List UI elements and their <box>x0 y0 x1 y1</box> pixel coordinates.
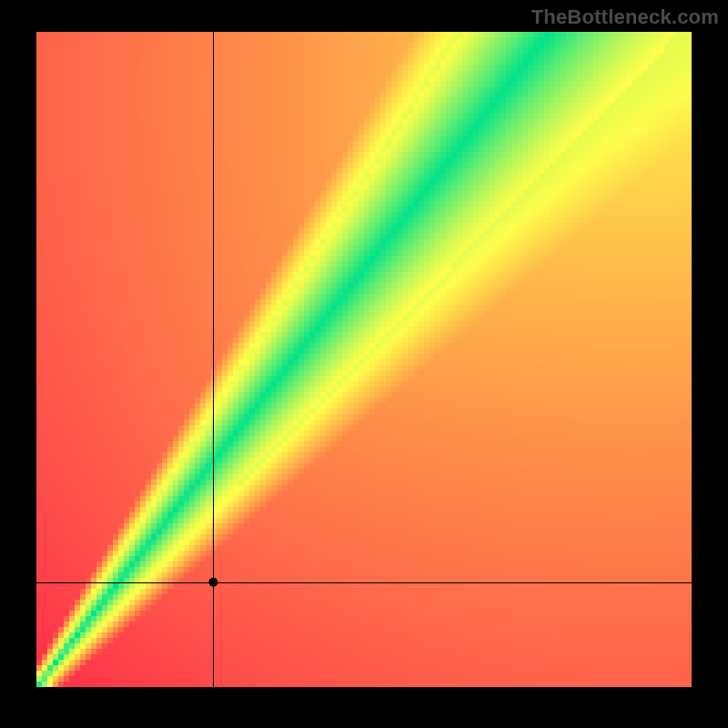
chart-frame: TheBottleneck.com <box>0 0 728 728</box>
heatmap-canvas <box>36 32 692 687</box>
heatmap-plot <box>36 32 692 687</box>
watermark-text: TheBottleneck.com <box>531 5 719 29</box>
